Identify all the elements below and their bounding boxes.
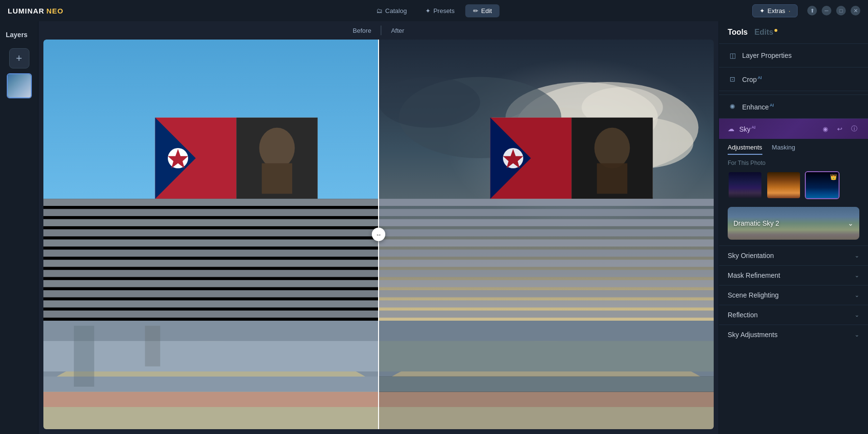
adjustments-tab[interactable]: Adjustments [728,144,762,155]
sky-ai-badge: AI [751,125,756,130]
svg-rect-48 [379,199,714,206]
sky-selector[interactable]: Dramatic Sky 2 ⌄ [728,207,859,240]
sky-icon: ☁ [728,125,734,133]
sky-preset-2[interactable] [766,171,801,199]
layer-thumb-image [8,74,31,97]
app-logo: LUMINAR NEO [8,7,64,15]
crop-ai-badge: AI [758,75,762,80]
close-button[interactable]: ✕ [851,6,860,15]
svg-point-46 [595,128,630,168]
logo-neo: NEO [46,7,64,15]
mask-refinement-section[interactable]: Mask Refinement ⌄ [719,265,868,285]
svg-rect-17 [43,260,379,267]
svg-rect-64 [379,341,714,371]
extras-icon: ✦ [760,7,765,14]
minimize-button[interactable]: ─ [822,6,831,15]
svg-rect-15 [43,240,379,247]
layer-properties-label: Layer Properties [742,52,859,59]
before-after-labels: Before After [343,26,414,35]
layer-thumbnail[interactable] [7,73,32,98]
sky-info-button[interactable]: ⓘ [849,123,859,134]
svg-rect-52 [379,240,714,247]
right-panel: Tools Edits ◫ Layer Properties ⊡ CropAI … [719,21,868,434]
scene-relighting-chevron-icon: ⌄ [854,292,859,298]
sky-adjustments-section[interactable]: Sky Adjustments ⌄ [719,325,868,344]
svg-rect-57 [379,290,714,298]
svg-rect-21 [43,300,379,308]
enhance-ai-badge: AI [770,103,774,108]
reflection-label: Reflection [728,311,854,319]
sky-actions: ◉ ↩ ⓘ [820,123,859,134]
svg-rect-16 [43,250,379,257]
sky-orientation-label: Sky Orientation [728,252,854,259]
sky-section[interactable]: ☁ SkyAI ◉ ↩ ⓘ [719,119,868,139]
main-content: Layers + Before After [0,21,868,434]
tools-tab[interactable]: Tools [728,28,747,37]
layer-properties-icon: ◫ [728,51,737,60]
svg-rect-55 [379,270,714,277]
edit-icon: ✏ [473,7,478,14]
preset-1-bg [729,172,761,198]
svg-rect-29 [145,326,161,366]
sky-presets-row: 👑 [719,169,868,205]
svg-rect-25 [43,392,379,407]
add-layer-button[interactable]: + [9,48,29,68]
sky-selector-label: Dramatic Sky 2 [733,219,848,227]
extras-button[interactable]: ✦ Extras · [752,4,798,17]
maximize-button[interactable]: □ [836,6,846,15]
crown-icon: 👑 [830,174,837,180]
presets-nav-btn[interactable]: ✦ Presets [418,4,462,17]
split-handle[interactable]: ↔ [372,228,385,241]
preset-2-bg [767,172,800,198]
extras-label: Extras [768,7,786,14]
svg-rect-58 [379,300,714,308]
enhance-icon: ✺ [728,102,737,111]
split-container[interactable]: ↔ [43,40,714,429]
sky-preset-1[interactable] [728,171,762,199]
catalog-icon: 🗂 [376,7,382,14]
svg-rect-50 [379,219,714,226]
reflection-section[interactable]: Reflection ⌄ [719,305,868,325]
masking-tab[interactable]: Masking [772,144,795,155]
enhance-section[interactable]: ✺ EnhanceAI [719,95,868,119]
svg-rect-54 [379,260,714,267]
svg-rect-66 [379,377,714,392]
scene-relighting-label: Scene Relighting [728,291,854,299]
reflection-chevron-icon: ⌄ [854,312,859,318]
svg-rect-28 [74,326,94,387]
after-image [379,40,714,429]
svg-rect-51 [379,229,714,236]
after-label: After [381,27,414,34]
scene-relighting-section[interactable]: Scene Relighting ⌄ [719,285,868,305]
svg-rect-47 [597,163,627,194]
panel-header: Tools Edits [719,21,868,44]
split-handle-icon: ↔ [376,231,382,238]
edit-nav-btn[interactable]: ✏ Edit [465,4,500,17]
divider-1 [719,91,868,95]
before-svg [43,40,379,429]
sky-preset-3[interactable]: 👑 [805,171,840,199]
sky-undo-button[interactable]: ↩ [834,123,845,134]
catalog-nav-btn[interactable]: 🗂 Catalog [368,4,415,17]
svg-rect-19 [43,280,379,287]
catalog-label: Catalog [385,7,407,14]
sky-adjustments-label: Sky Adjustments [728,331,854,339]
svg-rect-49 [379,209,714,216]
window-controls: ⬆ ─ □ ✕ [807,6,860,15]
canvas-toolbar: Before After [39,21,719,40]
sky-selector-chevron-icon: ⌄ [848,219,854,227]
edits-dot [774,29,777,32]
layer-properties-section[interactable]: ◫ Layer Properties [719,44,868,68]
sky-sub-tabs: Adjustments Masking [719,139,868,155]
upload-button[interactable]: ⬆ [807,6,817,15]
edits-tab[interactable]: Edits [754,28,777,37]
sky-adjustments-chevron-icon: ⌄ [854,331,859,338]
crop-section[interactable]: ⊡ CropAI [719,68,868,91]
enhance-label: EnhanceAI [742,103,859,111]
sky-eye-button[interactable]: ◉ [820,123,830,134]
sky-orientation-section[interactable]: Sky Orientation ⌄ [719,245,868,265]
before-label: Before [343,27,381,34]
for-photo-label: For This Photo [719,155,868,169]
canvas-area: Before After [39,21,719,434]
svg-rect-13 [43,219,379,226]
